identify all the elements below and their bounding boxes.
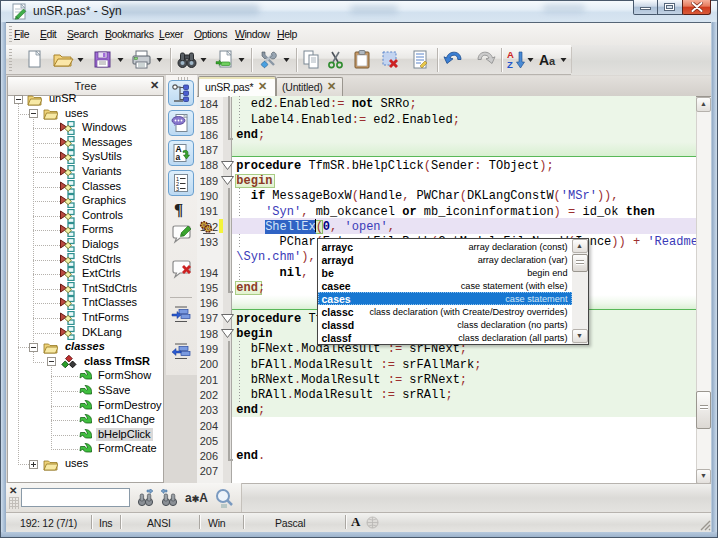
svg-text:a: a xyxy=(176,152,181,162)
svg-text:Z: Z xyxy=(507,59,513,70)
svg-text:A: A xyxy=(539,52,549,68)
svg-text:a: a xyxy=(549,55,556,67)
svg-text:3: 3 xyxy=(176,186,179,192)
